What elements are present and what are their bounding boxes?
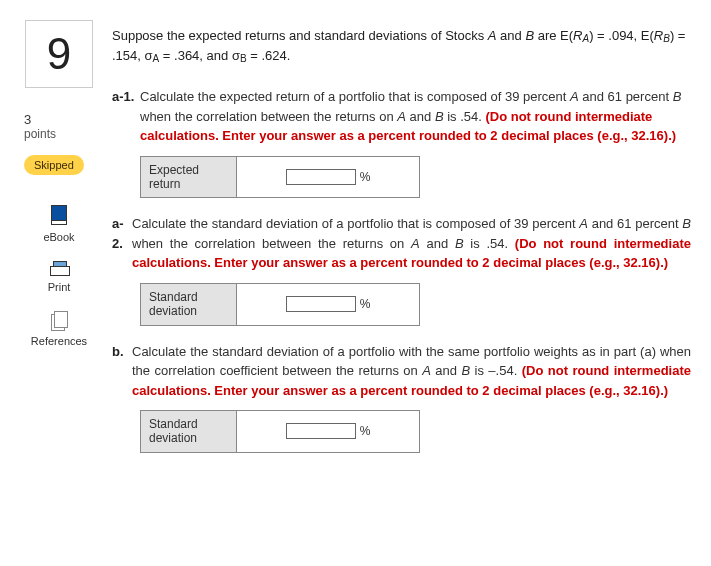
answer-cell-a1: % [237,157,419,198]
question-number-box: 9 [25,20,93,88]
question-number: 9 [47,29,71,79]
answer-row-b: Standard deviation % [140,410,420,453]
ebook-label: eBook [20,231,98,243]
answer-cell-b: % [237,411,419,452]
print-label: Print [20,281,98,293]
references-button[interactable]: References [20,311,98,347]
book-icon [20,205,98,227]
skipped-badge: Skipped [24,155,84,175]
part-b: b. Calculate the standard deviation of a… [112,342,691,401]
answer-row-a2: Standard deviation % [140,283,420,326]
question-body: Suppose the expected returns and standar… [112,20,691,469]
answer-row-a1: Expected return % [140,156,420,199]
points-value: 3 [24,112,98,127]
part-body-a1: Calculate the expected return of a portf… [140,87,691,146]
std-dev-a2-input[interactable] [286,296,356,312]
points-block: 3 points [20,112,98,141]
answer-label-b: Standard deviation [141,411,237,452]
part-a2: a- 2. Calculate the standard deviation o… [112,214,691,273]
references-label: References [20,335,98,347]
part-label-b: b. [112,342,132,401]
print-button[interactable]: Print [20,261,98,293]
points-label: points [24,127,98,141]
answer-cell-a2: % [237,284,419,325]
part-a1: a-1. Calculate the expected return of a … [112,87,691,146]
part-label-a1: a-1. [112,87,140,146]
sidebar: 9 3 points Skipped eBook Print Reference… [20,20,98,469]
expected-return-input[interactable] [286,169,356,185]
answer-label-a2: Standard deviation [141,284,237,325]
unit-b: % [360,424,371,438]
documents-icon [20,311,98,331]
printer-icon [20,261,98,277]
unit-a1: % [360,170,371,184]
answer-label-a1: Expected return [141,157,237,198]
ebook-button[interactable]: eBook [20,205,98,243]
unit-a2: % [360,297,371,311]
part-body-a2: Calculate the standard deviation of a po… [132,214,691,273]
std-dev-b-input[interactable] [286,423,356,439]
part-label-a2: a- 2. [112,214,132,273]
question-intro: Suppose the expected returns and standar… [112,26,691,65]
part-body-b: Calculate the standard deviation of a po… [132,342,691,401]
